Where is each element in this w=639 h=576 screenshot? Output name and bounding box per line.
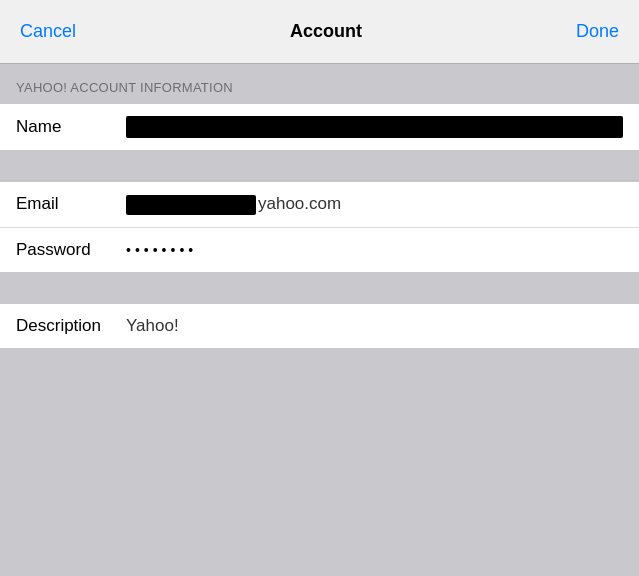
name-label: Name: [16, 117, 126, 137]
password-label: Password: [16, 240, 126, 260]
password-row[interactable]: Password ••••••••: [0, 228, 639, 272]
navigation-bar: Cancel Account Done: [0, 0, 639, 64]
description-row[interactable]: Description Yahoo!: [0, 303, 639, 349]
email-value: yahoo.com: [126, 194, 623, 215]
email-redacted-part: [126, 195, 256, 215]
name-value: [126, 116, 623, 138]
cancel-button[interactable]: Cancel: [16, 13, 80, 50]
section-header: YAHOO! ACCOUNT INFORMATION: [0, 64, 639, 103]
email-row[interactable]: Email yahoo.com: [0, 182, 639, 228]
credentials-group: Email yahoo.com Password ••••••••: [0, 181, 639, 273]
description-label: Description: [16, 316, 126, 336]
gap-2: [0, 273, 639, 303]
password-value: ••••••••: [126, 242, 623, 258]
email-label: Email: [16, 194, 126, 214]
done-button[interactable]: Done: [572, 13, 623, 50]
gap-1: [0, 151, 639, 181]
description-value: Yahoo!: [126, 316, 623, 336]
page-title: Account: [290, 21, 362, 42]
name-row: Name: [0, 103, 639, 151]
